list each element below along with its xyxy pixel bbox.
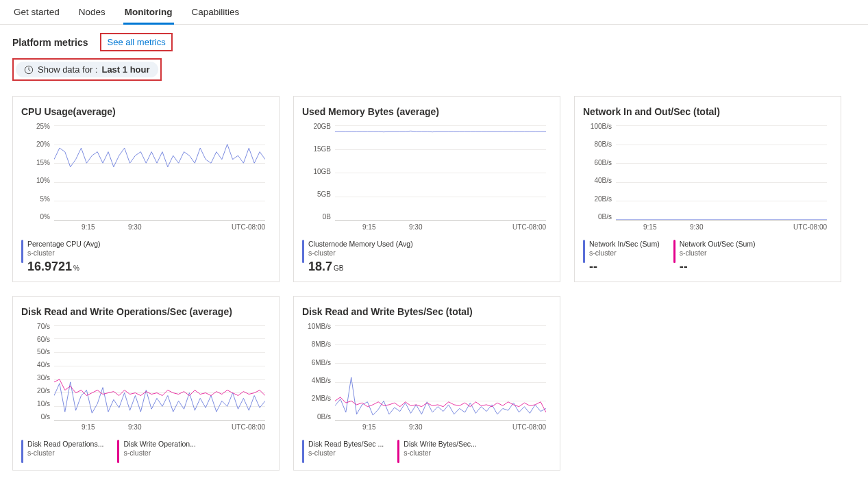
time-range-selector[interactable]: Show data for : Last 1 hour	[16, 62, 158, 77]
x-axis: 9:159:30UTC-08:00	[616, 223, 827, 236]
section-title: Platform metrics	[12, 37, 88, 48]
card-title: Used Memory Bytes (average)	[299, 106, 554, 123]
legend-item: Disk Read Operations...s-cluster	[21, 440, 103, 463]
x-axis: 9:159:30UTC-08:00	[335, 223, 546, 236]
legend: Clusternode Memory Used (Avg)s-cluster18…	[299, 236, 554, 276]
metrics-grid: CPU Usage(average)25%20%15%10%5%0%9:159:…	[0, 84, 868, 483]
y-axis: 20GB15GB10GB5GB0B	[299, 123, 335, 221]
legend-text: Disk Write Operation...s-cluster	[123, 440, 195, 458]
legend-item: Network Out/Sec (Sum)s-cluster--	[673, 240, 756, 275]
legend-text: Network In/Sec (Sum)s-cluster--	[589, 240, 660, 275]
plot-area	[54, 325, 265, 421]
clock-icon	[24, 65, 34, 75]
y-axis: 10MB/s8MB/s6MB/s4MB/s2MB/s0B/s	[299, 323, 335, 421]
chart-area: 20GB15GB10GB5GB0B9:159:30UTC-08:00	[299, 123, 554, 236]
legend-item: Network In/Sec (Sum)s-cluster--	[583, 240, 660, 275]
legend-text: Disk Read Bytes/Sec ...s-cluster	[308, 440, 384, 458]
chart-area: 10MB/s8MB/s6MB/s4MB/s2MB/s0B/s9:159:30UT…	[299, 323, 554, 436]
plot-area	[335, 125, 546, 221]
legend: Disk Read Bytes/Sec ...s-clusterDisk Wri…	[299, 436, 554, 464]
legend-item: Disk Write Operation...s-cluster	[117, 440, 195, 463]
legend-text: Disk Write Bytes/Sec...s-cluster	[404, 440, 477, 458]
legend-text: Network Out/Sec (Sum)s-cluster--	[680, 240, 756, 275]
tab-nodes[interactable]: Nodes	[77, 4, 107, 24]
metric-card-cpu[interactable]: CPU Usage(average)25%20%15%10%5%0%9:159:…	[12, 96, 280, 282]
legend-item: Percentage CPU (Avg)s-cluster16.9721%	[21, 240, 101, 275]
chart-area: 25%20%15%10%5%0%9:159:30UTC-08:00	[18, 123, 273, 236]
y-axis: 70/s60/s50/s40/s30/s20/s10/s0/s	[18, 323, 54, 421]
chart-area: 100B/s80B/s60B/s40B/s20B/s0B/s9:159:30UT…	[580, 123, 835, 236]
see-all-metrics-link[interactable]: See all metrics	[100, 33, 172, 51]
legend-item: Clusternode Memory Used (Avg)s-cluster18…	[302, 240, 413, 275]
metric-card-net[interactable]: Network In and Out/Sec (total)100B/s80B/…	[574, 96, 841, 282]
legend-item: Disk Write Bytes/Sec...s-cluster	[397, 440, 477, 463]
y-axis: 25%20%15%10%5%0%	[18, 123, 54, 221]
legend: Network In/Sec (Sum)s-cluster--Network O…	[580, 236, 835, 276]
highlight-box: Show data for : Last 1 hour	[12, 58, 162, 81]
tab-capabilities[interactable]: Capabilities	[190, 4, 241, 24]
legend-color-bar	[397, 440, 399, 463]
plot-area	[54, 125, 265, 221]
card-title: Disk Read and Write Operations/Sec (aver…	[18, 306, 273, 323]
section-header: Platform metrics See all metrics Show da…	[0, 25, 868, 84]
y-axis: 100B/s80B/s60B/s40B/s20B/s0B/s	[580, 123, 616, 221]
metric-card-mem[interactable]: Used Memory Bytes (average)20GB15GB10GB5…	[293, 96, 560, 282]
card-title: Network In and Out/Sec (total)	[580, 106, 835, 123]
legend-color-bar	[583, 240, 585, 263]
card-title: CPU Usage(average)	[18, 106, 273, 123]
legend-color-bar	[302, 440, 304, 463]
x-axis: 9:159:30UTC-08:00	[54, 423, 265, 436]
legend-color-bar	[21, 440, 23, 463]
legend: Disk Read Operations...s-clusterDisk Wri…	[18, 436, 273, 464]
tab-monitoring[interactable]: Monitoring	[123, 4, 174, 25]
metric-card-diskbytes[interactable]: Disk Read and Write Bytes/Sec (total)10M…	[293, 296, 560, 471]
x-axis: 9:159:30UTC-08:00	[54, 223, 265, 236]
legend-color-bar	[673, 240, 675, 263]
tab-get-started[interactable]: Get started	[12, 4, 61, 24]
tabs-bar: Get startedNodesMonitoringCapabilities	[0, 0, 868, 25]
x-axis: 9:159:30UTC-08:00	[335, 423, 546, 436]
metric-card-diskops[interactable]: Disk Read and Write Operations/Sec (aver…	[12, 296, 280, 471]
legend-color-bar	[302, 240, 304, 263]
chart-area: 70/s60/s50/s40/s30/s20/s10/s0/s9:159:30U…	[18, 323, 273, 436]
plot-area	[616, 125, 827, 221]
plot-area	[335, 325, 546, 421]
range-label: Show data for :	[38, 64, 97, 75]
card-title: Disk Read and Write Bytes/Sec (total)	[299, 306, 554, 323]
range-value: Last 1 hour	[101, 64, 149, 75]
legend-item: Disk Read Bytes/Sec ...s-cluster	[302, 440, 384, 463]
legend: Percentage CPU (Avg)s-cluster16.9721%	[18, 236, 273, 276]
legend-color-bar	[21, 240, 23, 263]
legend-text: Percentage CPU (Avg)s-cluster16.9721%	[27, 240, 101, 275]
legend-color-bar	[117, 440, 119, 463]
legend-text: Disk Read Operations...s-cluster	[27, 440, 103, 458]
legend-text: Clusternode Memory Used (Avg)s-cluster18…	[308, 240, 413, 275]
